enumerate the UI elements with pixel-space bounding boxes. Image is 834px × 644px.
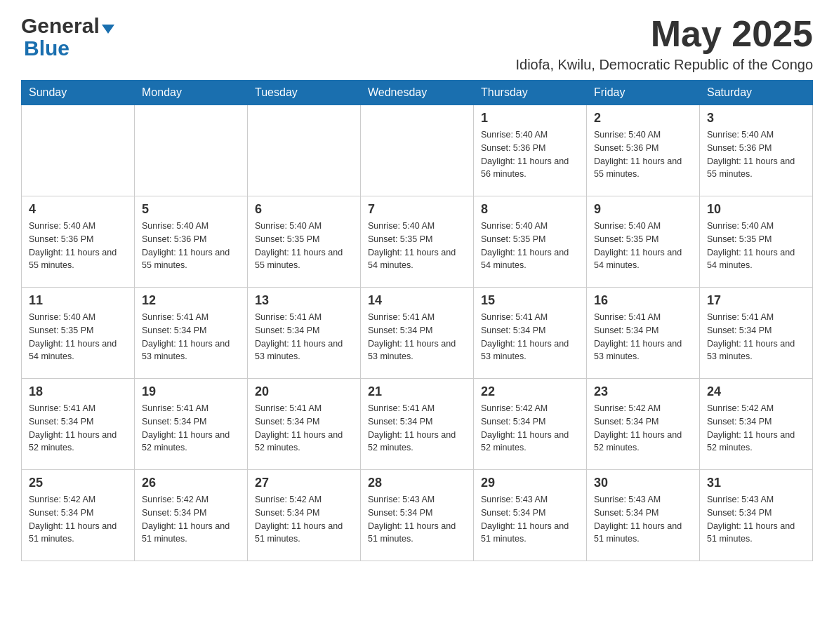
day-number: 10 [707, 202, 805, 217]
day-number: 4 [29, 202, 127, 217]
calendar-week-3: 11Sunrise: 5:40 AMSunset: 5:35 PMDayligh… [22, 288, 813, 379]
day-info: Sunrise: 5:43 AMSunset: 5:34 PMDaylight:… [707, 493, 805, 546]
calendar-cell: 20Sunrise: 5:41 AMSunset: 5:34 PMDayligh… [248, 379, 361, 470]
day-info: Sunrise: 5:41 AMSunset: 5:34 PMDaylight:… [142, 311, 240, 363]
calendar-week-2: 4Sunrise: 5:40 AMSunset: 5:36 PMDaylight… [22, 196, 813, 288]
calendar-cell: 16Sunrise: 5:41 AMSunset: 5:34 PMDayligh… [587, 288, 700, 379]
day-number: 18 [29, 384, 127, 399]
day-number: 5 [142, 202, 240, 217]
day-number: 24 [707, 384, 805, 399]
day-info: Sunrise: 5:40 AMSunset: 5:36 PMDaylight:… [481, 128, 579, 181]
day-header-tuesday: Tuesday [248, 81, 361, 105]
day-info: Sunrise: 5:41 AMSunset: 5:34 PMDaylight:… [142, 402, 240, 455]
calendar-cell: 26Sunrise: 5:42 AMSunset: 5:34 PMDayligh… [135, 470, 248, 561]
day-number: 17 [707, 293, 805, 308]
page-header: General Blue May 2025 Idiofa, Kwilu, Dem… [21, 14, 813, 73]
calendar-cell [361, 105, 474, 196]
logo-general-text: General [21, 14, 100, 38]
day-number: 1 [481, 111, 579, 126]
calendar-cell: 12Sunrise: 5:41 AMSunset: 5:34 PMDayligh… [135, 288, 248, 379]
calendar-cell: 18Sunrise: 5:41 AMSunset: 5:34 PMDayligh… [22, 379, 135, 470]
calendar-cell: 14Sunrise: 5:41 AMSunset: 5:34 PMDayligh… [361, 288, 474, 379]
day-number: 6 [255, 202, 353, 217]
calendar-week-1: 1Sunrise: 5:40 AMSunset: 5:36 PMDaylight… [22, 105, 813, 196]
day-header-saturday: Saturday [700, 81, 813, 105]
calendar-cell: 5Sunrise: 5:40 AMSunset: 5:36 PMDaylight… [135, 196, 248, 288]
logo-triangle-icon [102, 25, 114, 34]
calendar-cell [22, 105, 135, 196]
month-title: May 2025 [515, 14, 813, 54]
day-number: 25 [29, 476, 127, 490]
logo: General Blue [21, 14, 114, 60]
day-number: 3 [707, 111, 805, 126]
calendar-cell: 28Sunrise: 5:43 AMSunset: 5:34 PMDayligh… [361, 470, 474, 561]
logo-blue-text: Blue [24, 36, 70, 60]
day-info: Sunrise: 5:42 AMSunset: 5:34 PMDaylight:… [255, 493, 353, 546]
day-number: 30 [594, 476, 692, 490]
day-info: Sunrise: 5:41 AMSunset: 5:34 PMDaylight:… [707, 311, 805, 363]
title-area: May 2025 Idiofa, Kwilu, Democratic Repub… [515, 14, 813, 73]
day-number: 28 [368, 476, 466, 490]
day-info: Sunrise: 5:41 AMSunset: 5:34 PMDaylight:… [255, 311, 353, 363]
day-info: Sunrise: 5:43 AMSunset: 5:34 PMDaylight:… [481, 493, 579, 546]
day-info: Sunrise: 5:42 AMSunset: 5:34 PMDaylight:… [707, 402, 805, 455]
calendar-week-4: 18Sunrise: 5:41 AMSunset: 5:34 PMDayligh… [22, 379, 813, 470]
day-info: Sunrise: 5:40 AMSunset: 5:35 PMDaylight:… [594, 220, 692, 272]
calendar-cell: 15Sunrise: 5:41 AMSunset: 5:34 PMDayligh… [474, 288, 587, 379]
location-title: Idiofa, Kwilu, Democratic Republic of th… [515, 57, 813, 73]
calendar-cell: 24Sunrise: 5:42 AMSunset: 5:34 PMDayligh… [700, 379, 813, 470]
day-info: Sunrise: 5:41 AMSunset: 5:34 PMDaylight:… [481, 311, 579, 363]
calendar-header-row: SundayMondayTuesdayWednesdayThursdayFrid… [22, 81, 813, 105]
day-info: Sunrise: 5:43 AMSunset: 5:34 PMDaylight:… [594, 493, 692, 546]
calendar-cell: 11Sunrise: 5:40 AMSunset: 5:35 PMDayligh… [22, 288, 135, 379]
calendar-cell: 30Sunrise: 5:43 AMSunset: 5:34 PMDayligh… [587, 470, 700, 561]
day-info: Sunrise: 5:41 AMSunset: 5:34 PMDaylight:… [594, 311, 692, 363]
day-number: 14 [368, 293, 466, 308]
day-number: 11 [29, 293, 127, 308]
day-number: 21 [368, 384, 466, 399]
day-info: Sunrise: 5:41 AMSunset: 5:34 PMDaylight:… [255, 402, 353, 455]
calendar-table: SundayMondayTuesdayWednesdayThursdayFrid… [21, 80, 813, 561]
calendar-cell: 31Sunrise: 5:43 AMSunset: 5:34 PMDayligh… [700, 470, 813, 561]
day-number: 29 [481, 476, 579, 490]
day-info: Sunrise: 5:40 AMSunset: 5:35 PMDaylight:… [707, 220, 805, 272]
day-number: 20 [255, 384, 353, 399]
calendar-cell: 4Sunrise: 5:40 AMSunset: 5:36 PMDaylight… [22, 196, 135, 288]
calendar-cell: 2Sunrise: 5:40 AMSunset: 5:36 PMDaylight… [587, 105, 700, 196]
calendar-cell: 10Sunrise: 5:40 AMSunset: 5:35 PMDayligh… [700, 196, 813, 288]
day-info: Sunrise: 5:40 AMSunset: 5:35 PMDaylight:… [481, 220, 579, 272]
calendar-cell: 19Sunrise: 5:41 AMSunset: 5:34 PMDayligh… [135, 379, 248, 470]
calendar-cell: 22Sunrise: 5:42 AMSunset: 5:34 PMDayligh… [474, 379, 587, 470]
calendar-cell: 27Sunrise: 5:42 AMSunset: 5:34 PMDayligh… [248, 470, 361, 561]
day-number: 27 [255, 476, 353, 490]
calendar-cell: 29Sunrise: 5:43 AMSunset: 5:34 PMDayligh… [474, 470, 587, 561]
calendar-cell: 13Sunrise: 5:41 AMSunset: 5:34 PMDayligh… [248, 288, 361, 379]
calendar-cell: 1Sunrise: 5:40 AMSunset: 5:36 PMDaylight… [474, 105, 587, 196]
calendar-cell [135, 105, 248, 196]
day-info: Sunrise: 5:43 AMSunset: 5:34 PMDaylight:… [368, 493, 466, 546]
day-number: 19 [142, 384, 240, 399]
day-info: Sunrise: 5:40 AMSunset: 5:35 PMDaylight:… [368, 220, 466, 272]
day-header-thursday: Thursday [474, 81, 587, 105]
calendar-cell: 7Sunrise: 5:40 AMSunset: 5:35 PMDaylight… [361, 196, 474, 288]
day-number: 31 [707, 476, 805, 490]
day-number: 23 [594, 384, 692, 399]
calendar-cell: 6Sunrise: 5:40 AMSunset: 5:35 PMDaylight… [248, 196, 361, 288]
day-info: Sunrise: 5:40 AMSunset: 5:36 PMDaylight:… [142, 220, 240, 272]
calendar-cell: 8Sunrise: 5:40 AMSunset: 5:35 PMDaylight… [474, 196, 587, 288]
day-info: Sunrise: 5:42 AMSunset: 5:34 PMDaylight:… [481, 402, 579, 455]
day-number: 9 [594, 202, 692, 217]
calendar-cell: 3Sunrise: 5:40 AMSunset: 5:36 PMDaylight… [700, 105, 813, 196]
day-header-friday: Friday [587, 81, 700, 105]
day-info: Sunrise: 5:41 AMSunset: 5:34 PMDaylight:… [368, 402, 466, 455]
day-info: Sunrise: 5:40 AMSunset: 5:35 PMDaylight:… [29, 311, 127, 363]
day-info: Sunrise: 5:40 AMSunset: 5:36 PMDaylight:… [594, 128, 692, 181]
day-number: 15 [481, 293, 579, 308]
calendar-cell: 17Sunrise: 5:41 AMSunset: 5:34 PMDayligh… [700, 288, 813, 379]
day-info: Sunrise: 5:41 AMSunset: 5:34 PMDaylight:… [29, 402, 127, 455]
day-info: Sunrise: 5:41 AMSunset: 5:34 PMDaylight:… [368, 311, 466, 363]
day-number: 2 [594, 111, 692, 126]
day-header-monday: Monday [135, 81, 248, 105]
calendar-cell [248, 105, 361, 196]
day-number: 13 [255, 293, 353, 308]
